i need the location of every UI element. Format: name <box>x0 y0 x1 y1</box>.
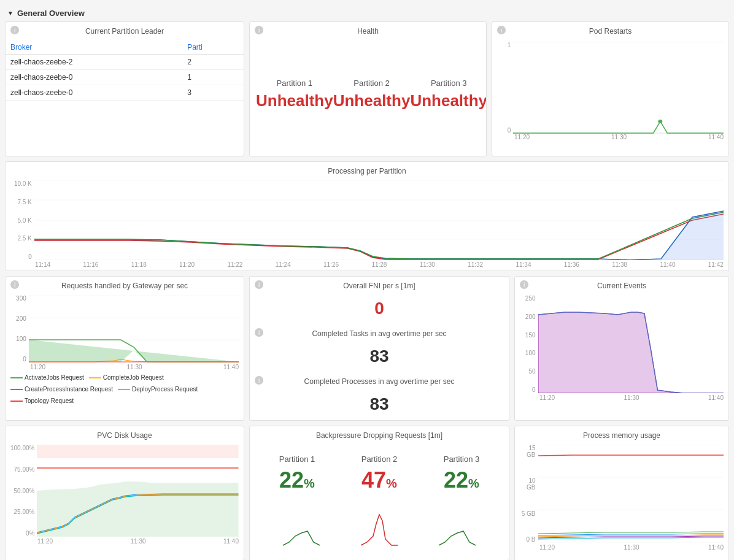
info-icon-processes[interactable]: i <box>255 376 263 385</box>
backpressure-card: Backpressure Dropping Requests [1m] Part… <box>249 426 509 560</box>
pvc-x-2: 11:30 <box>130 538 145 545</box>
pvc-x-3: 11:40 <box>223 538 239 545</box>
svg-rect-22 <box>538 445 724 543</box>
bp-percent: % <box>304 477 315 490</box>
health-card: i Health Partition 1 UnhealthyPartition … <box>249 21 487 156</box>
health-grid: Partition 1 UnhealthyPartition 2 Unhealt… <box>250 38 486 151</box>
mem-x-3: 11:40 <box>708 544 724 551</box>
gw-y-300: 300 <box>10 295 26 302</box>
info-icon-events[interactable]: i <box>520 280 528 289</box>
row-1: i Current Partition Leader Broker Parti … <box>5 21 729 156</box>
gateway-legend: ActivateJobs Request CompleteJob Request… <box>6 372 244 408</box>
gw-x-2: 11:30 <box>126 364 142 370</box>
pod-y-0: 0 <box>497 127 511 134</box>
fnl-value: 0 <box>250 293 509 324</box>
partition-leader-card: i Current Partition Leader Broker Parti … <box>5 21 244 156</box>
health-partition-label: Partition 3 <box>410 79 487 88</box>
pvc-y-0: 0% <box>10 530 34 537</box>
ev-y-200: 200 <box>520 313 536 320</box>
pod-x-1: 11:20 <box>514 134 530 140</box>
bp-partition-label: Partition 1 <box>279 455 315 464</box>
bp-chart-2 <box>355 512 404 548</box>
section-arrow: ▼ <box>7 10 14 17</box>
col-partition[interactable]: Parti <box>182 40 244 55</box>
mem-y-15: 15 GB <box>520 445 536 458</box>
pod-y-1: 1 <box>497 42 511 48</box>
row-4: PVC Disk Usage 100.00% 75.00% 50.00% 25.… <box>5 426 729 560</box>
proc-x-9: 11:30 <box>420 261 435 268</box>
proc-x-3: 11:18 <box>131 261 147 268</box>
section-header[interactable]: ▼ General Overview <box>5 5 729 21</box>
gateway-card: i Requests handled by Gateway per sec 30… <box>5 276 244 421</box>
ev-y-0: 0 <box>520 386 536 393</box>
partition-table: Broker Parti zell-chaos-zeebe-22zell-cha… <box>6 40 244 101</box>
proc-x-14: 11:40 <box>660 261 675 268</box>
info-icon-tasks[interactable]: i <box>255 328 263 337</box>
bp-value: 22% <box>444 467 480 493</box>
health-title: Health <box>250 22 486 38</box>
processing-chart <box>34 180 724 260</box>
gw-y-100: 100 <box>10 336 26 342</box>
gateway-title: Requests handled by Gateway per sec <box>6 277 244 293</box>
partition-cell: 1 <box>182 70 244 85</box>
info-icon-partition[interactable]: i <box>10 26 19 34</box>
proc-x-11: 11:34 <box>516 261 531 268</box>
pod-x-2: 11:30 <box>611 134 627 140</box>
completed-processes-title: Completed Processes in avg overtime per … <box>250 372 509 388</box>
ev-y-50: 50 <box>520 368 536 375</box>
mem-y-5: 5 GB <box>520 510 536 517</box>
ev-y-100: 100 <box>520 350 536 356</box>
gw-y-200: 200 <box>10 315 26 322</box>
table-row: zell-chaos-zeebe-03 <box>6 85 244 101</box>
broker-cell: zell-chaos-zeebe-0 <box>6 85 182 101</box>
bp-partition-label: Partition 3 <box>444 455 480 464</box>
legend-create: CreateProcessInstance Request <box>10 386 113 393</box>
backpressure-item: Partition 3 22% <box>444 455 480 493</box>
bp-percent: % <box>468 477 479 490</box>
processing-card: Processing per Partition 10.0 K 7.5 K 5.… <box>5 161 729 271</box>
page-container: ▼ General Overview i Current Partition L… <box>0 0 734 560</box>
row-3: i Requests handled by Gateway per sec 30… <box>5 276 729 421</box>
events-card: i Current Events 250 200 150 100 50 0 <box>514 276 729 421</box>
backpressure-item: Partition 2 47% <box>361 455 398 493</box>
info-icon-health[interactable]: i <box>255 26 263 34</box>
legend-activate: ActivateJobs Request <box>10 374 84 381</box>
health-status: Unhealthy <box>333 91 411 110</box>
col-broker[interactable]: Broker <box>6 40 182 55</box>
completed-processes-card: i Completed Processes in avg overtime pe… <box>249 372 509 421</box>
health-partition-label: Partition 2 <box>333 79 411 88</box>
fnl-title: Overall FNI per s [1m] <box>250 277 509 293</box>
pvc-chart <box>37 445 239 537</box>
gw-x-3: 11:40 <box>223 364 239 370</box>
fnl-card: i Overall FNI per s [1m] 0 <box>249 276 509 324</box>
completed-tasks-value: 83 <box>250 340 509 372</box>
pvc-title: PVC Disk Usage <box>6 426 244 442</box>
gateway-chart <box>29 295 239 362</box>
legend-deploy: DeployProcess Request <box>118 386 198 393</box>
info-icon-pod[interactable]: i <box>497 26 506 34</box>
ev-x-3: 11:40 <box>708 394 724 401</box>
backpressure-title: Backpressure Dropping Requests [1m] <box>250 426 509 442</box>
proc-x-10: 11:32 <box>468 261 483 268</box>
proc-x-15: 11:42 <box>708 261 724 268</box>
proc-y-2: 7.5 K <box>10 199 32 205</box>
bp-percent: % <box>386 477 397 490</box>
events-chart <box>538 295 724 393</box>
gw-x-1: 11:20 <box>30 364 45 370</box>
proc-x-2: 11:16 <box>83 261 98 268</box>
legend-complete: CompleteJob Request <box>89 374 164 381</box>
row-2: Processing per Partition 10.0 K 7.5 K 5.… <box>5 161 729 271</box>
bp-value: 47% <box>361 467 398 493</box>
health-partition-label: Partition 1 <box>256 79 333 88</box>
mem-y-0: 0 B <box>520 536 536 543</box>
partition-cell: 2 <box>182 55 244 70</box>
proc-y-5: 0 <box>10 253 32 260</box>
svg-rect-19 <box>37 445 239 458</box>
health-status: Unhealthy <box>256 91 333 110</box>
pod-x-3: 11:40 <box>708 134 724 140</box>
info-icon-gateway[interactable]: i <box>10 280 19 289</box>
info-icon-fnl[interactable]: i <box>255 280 263 289</box>
proc-x-7: 11:26 <box>323 261 339 268</box>
section-title: General Overview <box>17 9 85 18</box>
backpressure-grid: Partition 1 22%Partition 2 47%Partition … <box>250 442 509 505</box>
